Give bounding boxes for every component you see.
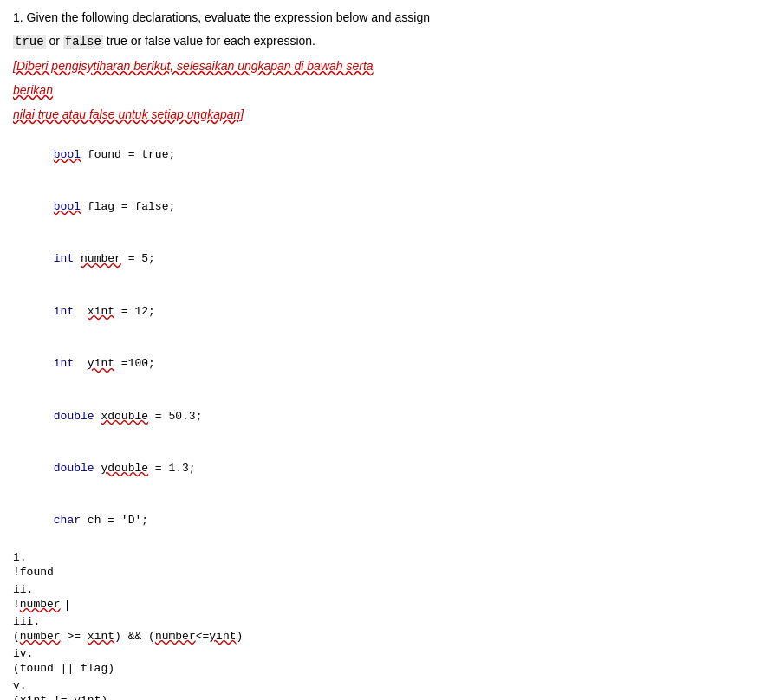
expr-i-label: i. [13, 551, 748, 564]
question-english1: Given the following declarations, evalua… [27, 10, 430, 24]
expr-v-label: v. [13, 679, 748, 692]
question-english2: true or false value for each expression. [107, 34, 315, 48]
decl-6: double xdouble = 50.3; [13, 391, 748, 443]
decl-3: int number = 5; [13, 233, 748, 285]
expr-iii: (number >= xint) && (number<=yint) [13, 628, 748, 645]
false-keyword: false [63, 35, 103, 49]
question-header: 1. Given the following declarations, eva… [13, 9, 748, 27]
question-container: 1. Given the following declarations, eva… [13, 9, 748, 700]
expr-iv-label: iv. [13, 647, 748, 660]
question-number: 1. [13, 10, 23, 24]
expr-iii-label: iii. [13, 615, 748, 628]
or-text: or [49, 34, 63, 48]
decl-2: bool flag = false; [13, 181, 748, 233]
decl-1: bool found = true; [13, 128, 748, 180]
decl-7: double ydouble = 1.3; [13, 443, 748, 495]
malay-text-1: [Diberi pengisytiharan berikut, selesaik… [13, 56, 748, 77]
expr-v: (xint != yint) [13, 692, 748, 700]
expr-ii-label: ii. [13, 583, 748, 596]
malay-text-3: nilai true atau false untuk setiap ungka… [13, 105, 748, 126]
expr-iv: (found || flag) [13, 660, 748, 677]
declarations-block: bool found = true; bool flag = false; in… [13, 128, 748, 547]
expressions-block: i. !found ii. !number iii. (number >= xi… [13, 551, 748, 700]
question-line2: true or false true or false value for ea… [13, 32, 748, 51]
expr-i: !found [13, 564, 748, 581]
decl-8: char ch = 'D'; [13, 495, 748, 547]
decl-5: int yint =100; [13, 338, 748, 390]
malay-text-2: berikan [13, 81, 748, 101]
expr-ii: !number [13, 596, 748, 613]
decl-4: int xint = 12; [13, 286, 748, 338]
true-keyword: true [13, 35, 46, 49]
